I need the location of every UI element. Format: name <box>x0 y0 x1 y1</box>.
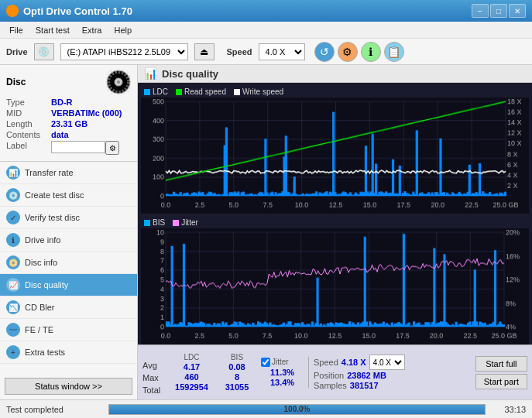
jitter-legend-dot <box>173 220 179 226</box>
minimize-button[interactable]: − <box>472 4 489 18</box>
menu-start-test[interactable]: Start test <box>29 24 76 36</box>
sidebar-item-drive-info[interactable]: ℹ Drive info <box>0 229 137 252</box>
disc-type-row: Type BD-R <box>6 98 131 107</box>
title-bar: Opti Drive Control 1.70 − □ ✕ <box>0 0 532 22</box>
chart1-canvas <box>141 98 529 214</box>
max-label: Max <box>142 373 166 385</box>
disc-contents-row: Contents data <box>6 130 131 139</box>
sidebar-item-verify-test-disc[interactable]: ✓ Verify test disc <box>0 207 137 229</box>
disc-mid-row: MID VERBATIMc (000) <box>6 108 131 118</box>
ldc-stats: LDC 4.17 460 1592954 <box>170 353 213 392</box>
bis-col-header: BIS <box>218 353 256 361</box>
read-speed-legend-label: Read speed <box>184 87 226 96</box>
disc-length-row: Length 23.31 GB <box>6 119 131 128</box>
status-window-button[interactable]: Status window >> <box>5 378 132 395</box>
disc-label-input[interactable] <box>51 141 105 153</box>
bis-avg: 0.08 <box>218 362 256 372</box>
bis-max: 8 <box>218 372 256 382</box>
disc-label-edit-button[interactable]: ⚙ <box>105 141 119 155</box>
disc-type-value: BD-R <box>51 98 73 107</box>
disc-label-row: Label ⚙ <box>6 141 131 155</box>
speed-row: Speed 4.18 X 4.0 X <box>314 355 405 370</box>
chart2-canvas <box>141 228 529 344</box>
samples-label: Samples <box>314 381 347 390</box>
speed-select[interactable]: 4.0 X <box>259 43 305 60</box>
jitter-header: Jitter <box>261 358 304 367</box>
sidebar-item-cd-bler[interactable]: 📉 CD Bler <box>0 296 137 319</box>
ldc-legend-label: LDC <box>153 87 168 96</box>
ldc-avg: 4.17 <box>170 362 213 372</box>
sidebar-item-disc-quality[interactable]: 📈 Disc quality <box>0 274 137 296</box>
speed-stat-value: 4.18 X <box>342 358 366 367</box>
drive-info-button[interactable]: ℹ <box>361 42 381 62</box>
sidebar-item-extra-tests[interactable]: + Extra tests <box>0 341 137 364</box>
drive-info-nav-icon: ℹ <box>6 233 20 247</box>
samples-value: 381517 <box>350 381 379 390</box>
status-text: Test completed <box>6 405 99 414</box>
menu-extra[interactable]: Extra <box>76 24 108 36</box>
drive-icon-button[interactable]: 💿 <box>34 43 54 60</box>
disc-contents-value: data <box>51 130 69 139</box>
eject-button[interactable]: ⏏ <box>194 43 215 60</box>
jitter-col-header: Jitter <box>272 358 289 366</box>
jitter-stats: Jitter 11.3% 13.4% <box>261 358 304 388</box>
read-speed-legend-dot <box>176 89 182 95</box>
speed-stat-label: Speed <box>314 358 338 367</box>
svg-point-2 <box>117 81 120 84</box>
menu-bar: File Start test Extra Help <box>0 22 532 39</box>
sidebar-item-create-test-disc[interactable]: 💿 Create test disc <box>0 184 137 207</box>
disc-icon <box>106 70 131 94</box>
jitter-max: 13.4% <box>261 378 304 387</box>
chart1-container: LDC Read speed Write speed <box>141 86 529 214</box>
app-title: Opti Drive Control 1.70 <box>23 5 132 17</box>
sidebar-item-fe-te[interactable]: 〰 FE / TE <box>0 319 137 341</box>
drive-refresh-button[interactable]: ↺ <box>314 42 335 62</box>
bis-legend: BIS <box>144 218 165 227</box>
stats-row-labels: Avg Max Total <box>142 348 166 397</box>
bis-total: 31055 <box>218 382 256 392</box>
menu-file[interactable]: File <box>3 24 29 36</box>
drive-extra-button[interactable]: 📋 <box>384 42 404 62</box>
extra-tests-icon: + <box>6 345 20 359</box>
menu-help[interactable]: Help <box>108 24 138 36</box>
disc-quality-icon: 📈 <box>6 278 20 292</box>
sidebar: Disc Type BD-R MID VERBATIMc (000) <box>0 65 138 399</box>
drive-settings-button[interactable]: ⚙ <box>338 42 358 62</box>
disc-mid-value: VERBATIMc (000) <box>51 108 122 118</box>
window-controls: − □ ✕ <box>472 4 526 18</box>
status-bar: Test completed 100.0% 33:13 <box>0 399 532 418</box>
progress-bar-container: 100.0% <box>108 404 486 415</box>
speed-label: Speed <box>227 47 252 57</box>
chart1-legend: LDC Read speed Write speed <box>141 86 529 98</box>
speed-stat-select[interactable]: 4.0 X <box>369 355 405 370</box>
ldc-max: 460 <box>170 372 213 382</box>
disc-info-panel: Disc Type BD-R MID VERBATIMc (000) <box>0 65 137 162</box>
jitter-legend: Jitter <box>173 218 198 227</box>
speed-stats: Speed 4.18 X 4.0 X Position 23862 MB Sam… <box>314 355 405 390</box>
drive-action-icons: ↺ ⚙ ℹ 📋 <box>314 42 404 62</box>
position-row: Position 23862 MB <box>314 371 405 380</box>
close-button[interactable]: ✕ <box>509 4 526 18</box>
jitter-checkbox[interactable] <box>261 358 270 367</box>
cd-bler-icon: 📉 <box>6 300 20 314</box>
disc-panel-title: Disc <box>6 77 26 87</box>
sidebar-item-disc-info[interactable]: 📀 Disc info <box>0 252 137 274</box>
ldc-legend-dot <box>144 89 150 95</box>
avg-label: Avg <box>142 361 166 372</box>
create-test-disc-icon: 💿 <box>6 188 20 202</box>
bis-stats: BIS 0.08 8 31055 <box>218 353 256 392</box>
total-label: Total <box>142 385 166 397</box>
write-speed-legend-label: Write speed <box>242 87 283 96</box>
app-icon <box>6 5 19 17</box>
sidebar-item-transfer-rate[interactable]: 📊 Transfer rate <box>0 162 137 184</box>
ldc-total: 1592954 <box>170 382 213 392</box>
jitter-avg: 11.3% <box>261 368 304 377</box>
transfer-rate-icon: 📊 <box>6 166 20 180</box>
drive-select[interactable]: (E:) ATAPI iHBS212 2.5L09 <box>60 43 188 60</box>
stats-row: Avg Max Total LDC 4.17 460 1592954 BIS 0… <box>138 344 532 399</box>
start-full-button[interactable]: Start full <box>475 356 527 372</box>
maximize-button[interactable]: □ <box>490 4 507 18</box>
content-area: 📊 Disc quality LDC Read speed <box>138 65 532 399</box>
position-value: 23862 MB <box>347 371 386 380</box>
start-part-button[interactable]: Start part <box>475 374 527 389</box>
